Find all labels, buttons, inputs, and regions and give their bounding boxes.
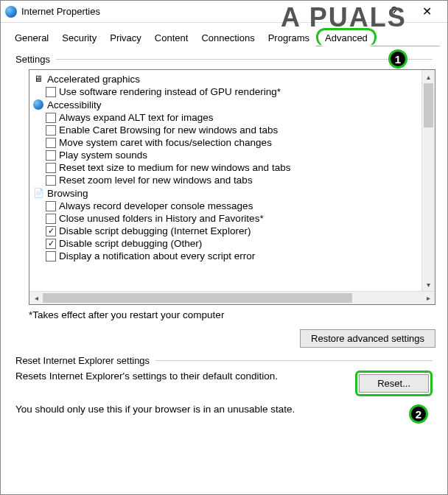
option-play-sounds[interactable]: Play system sounds xyxy=(32,149,419,161)
checkbox[interactable]: ✓ xyxy=(46,239,56,249)
option-label: Move system caret with focus/selection c… xyxy=(59,137,272,148)
close-button[interactable]: ✕ xyxy=(410,1,443,22)
reset-warning: You should only use this if your browser… xyxy=(15,404,433,415)
group-browsing[interactable]: Browsing xyxy=(32,186,419,200)
titlebar: Internet Properties ? ✕ xyxy=(1,1,447,23)
option-label: Disable script debugging (Other) xyxy=(59,238,202,249)
option-system-caret[interactable]: Move system caret with focus/selection c… xyxy=(32,136,419,149)
settings-tree: Accelerated graphics Use software render… xyxy=(29,69,435,305)
checkbox[interactable]: ✓ xyxy=(46,226,56,236)
divider xyxy=(155,360,433,361)
globe-icon xyxy=(32,99,44,110)
option-disable-debug-ie[interactable]: ✓ Disable script debugging (Internet Exp… xyxy=(32,225,419,237)
reset-description: Resets Internet Explorer's settings to t… xyxy=(15,371,343,382)
scroll-thumb[interactable] xyxy=(43,293,352,303)
option-gpu-rendering[interactable]: Use software rendering instead of GPU re… xyxy=(32,85,419,98)
option-label: Disable script debugging (Internet Explo… xyxy=(59,225,251,236)
callout-1: 1 xyxy=(388,49,407,69)
option-label: Always record developer console messages xyxy=(59,200,253,211)
reset-fieldset: Reset Internet Explorer settings xyxy=(15,355,433,366)
tab-programs[interactable]: Programs xyxy=(262,29,316,46)
checkbox[interactable] xyxy=(46,113,56,123)
monitor-icon xyxy=(32,73,44,85)
group-label: Accelerated graphics xyxy=(47,74,140,85)
tabs: General Security Privacy Content Connect… xyxy=(8,26,440,46)
option-alt-text[interactable]: Always expand ALT text for images xyxy=(32,111,419,124)
option-dev-console[interactable]: Always record developer console messages xyxy=(32,200,419,212)
option-close-folders[interactable]: Close unused folders in History and Favo… xyxy=(32,212,419,225)
checkbox[interactable] xyxy=(46,175,56,186)
scroll-thumb[interactable] xyxy=(424,83,433,127)
document-icon xyxy=(32,187,44,199)
callout-2: 2 xyxy=(409,404,428,424)
option-label: Reset text size to medium for new window… xyxy=(59,162,290,173)
option-reset-text-size[interactable]: Reset text size to medium for new window… xyxy=(32,161,419,174)
scroll-up-icon[interactable]: ▴ xyxy=(422,70,435,83)
window-title: Internet Properties xyxy=(21,6,378,17)
checkbox[interactable] xyxy=(46,150,56,161)
group-label: Accessibility xyxy=(47,99,102,110)
checkbox[interactable] xyxy=(46,125,56,136)
reset-label: Reset Internet Explorer settings xyxy=(15,355,150,366)
help-button[interactable]: ? xyxy=(378,1,410,22)
tab-connections[interactable]: Connections xyxy=(195,29,261,46)
content: Settings Accelerated graphics Use softwa… xyxy=(1,46,447,422)
option-label: Display a notification about every scrip… xyxy=(59,250,255,261)
option-label: Enable Caret Browsing for new windows an… xyxy=(59,124,278,136)
tab-security[interactable]: Security xyxy=(55,29,103,46)
option-label: Always expand ALT text for images xyxy=(59,112,214,123)
vertical-scrollbar[interactable]: ▴ ▾ xyxy=(421,70,435,291)
option-label: Close unused folders in History and Favo… xyxy=(59,213,264,224)
checkbox[interactable] xyxy=(46,214,56,224)
tab-advanced[interactable]: Advanced xyxy=(316,28,377,46)
option-caret-browsing[interactable]: Enable Caret Browsing for new windows an… xyxy=(32,124,419,136)
scroll-track[interactable] xyxy=(43,292,421,304)
settings-fieldset: Settings xyxy=(15,54,433,65)
option-label: Use software rendering instead of GPU re… xyxy=(59,86,281,97)
reset-highlight: Reset... xyxy=(355,371,433,396)
option-label: Play system sounds xyxy=(59,150,147,161)
group-label: Browsing xyxy=(47,188,88,199)
divider xyxy=(56,59,433,60)
settings-label: Settings xyxy=(15,54,50,65)
scroll-right-icon[interactable]: ▸ xyxy=(421,292,435,304)
checkbox[interactable] xyxy=(46,201,56,211)
restore-advanced-button[interactable]: Restore advanced settings xyxy=(300,329,435,348)
checkbox[interactable] xyxy=(46,163,56,173)
option-reset-zoom[interactable]: Reset zoom level for new windows and tab… xyxy=(32,174,419,186)
checkbox[interactable] xyxy=(46,138,56,148)
scroll-down-icon[interactable]: ▾ xyxy=(422,278,435,291)
horizontal-scrollbar[interactable]: ◂ ▸ xyxy=(29,291,435,304)
checkbox[interactable] xyxy=(46,87,56,97)
group-accessibility[interactable]: Accessibility xyxy=(32,98,419,111)
restart-note: *Takes effect after you restart your com… xyxy=(29,309,433,320)
scroll-track[interactable] xyxy=(422,83,435,278)
globe-icon xyxy=(5,6,17,18)
scroll-left-icon[interactable]: ◂ xyxy=(29,292,43,304)
option-script-error-notify[interactable]: Display a notification about every scrip… xyxy=(32,250,419,262)
group-accelerated-graphics[interactable]: Accelerated graphics xyxy=(32,72,419,85)
settings-list[interactable]: Accelerated graphics Use software render… xyxy=(29,70,421,291)
tab-general[interactable]: General xyxy=(8,29,55,46)
reset-button[interactable]: Reset... xyxy=(359,374,429,393)
option-label: Reset zoom level for new windows and tab… xyxy=(59,175,253,186)
checkbox[interactable] xyxy=(46,251,56,261)
tab-content[interactable]: Content xyxy=(148,29,195,46)
option-disable-debug-other[interactable]: ✓ Disable script debugging (Other) xyxy=(32,237,419,250)
tab-privacy[interactable]: Privacy xyxy=(103,29,148,46)
